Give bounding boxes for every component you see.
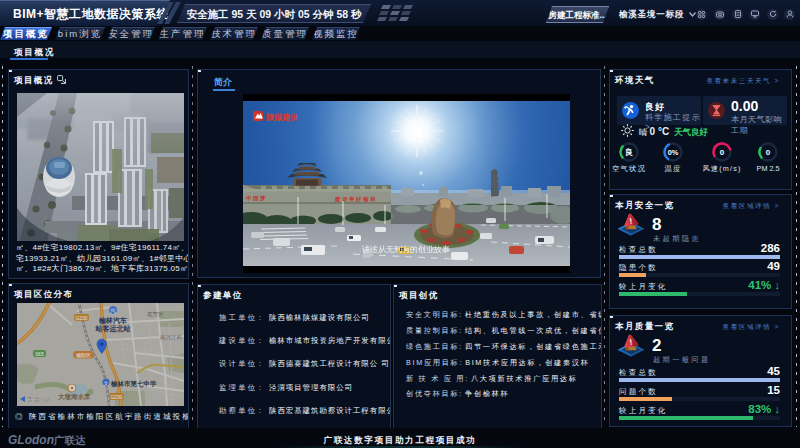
- svg-text:讲述从无到有的创业故事: 讲述从无到有的创业故事: [362, 245, 450, 254]
- svg-text:中 国 梦: 中 国 梦: [246, 195, 266, 202]
- svg-text:陕煤建设: 陕煤建设: [266, 113, 298, 122]
- svg-text:0: 0: [720, 148, 725, 157]
- svg-text:良: 良: [625, 147, 633, 157]
- svg-text:建 设 美 好 榆 林: 建 设 美 好 榆 林: [334, 196, 376, 203]
- svg-text:0: 0: [766, 148, 771, 157]
- svg-text:0%: 0%: [668, 148, 679, 157]
